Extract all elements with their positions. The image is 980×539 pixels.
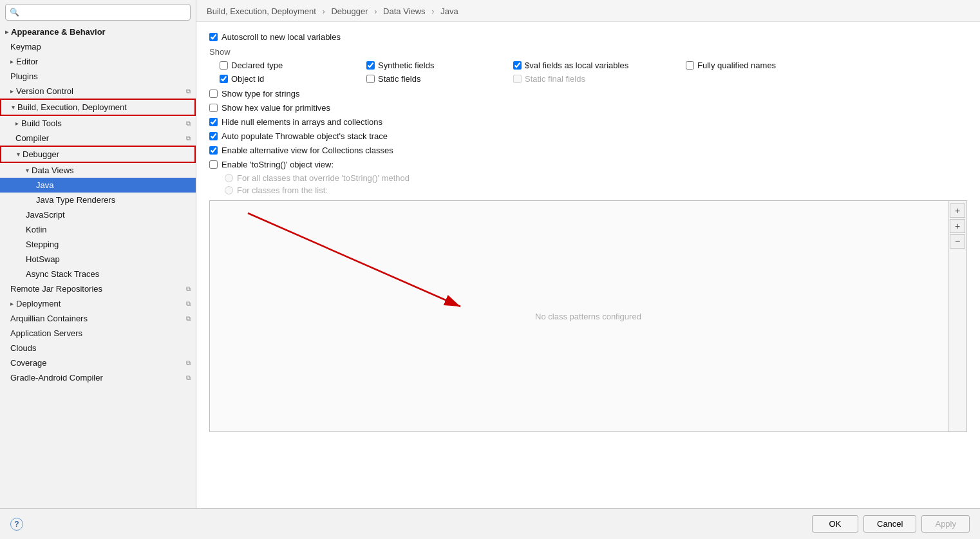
copy-icon: ⧉ bbox=[186, 120, 191, 128]
object-id-label[interactable]: Object id bbox=[231, 74, 264, 84]
sidebar-item-label: Keymap bbox=[10, 42, 41, 52]
help-button[interactable]: ? bbox=[10, 518, 23, 531]
autoscroll-label[interactable]: Autoscroll to new local variables bbox=[221, 32, 341, 42]
radio-for-all[interactable] bbox=[225, 174, 233, 182]
sidebar-item-data-views[interactable]: ▾ Data Views bbox=[0, 163, 196, 178]
remove-pattern-button[interactable]: − bbox=[950, 234, 965, 249]
expand-icon: ▾ bbox=[12, 104, 15, 111]
sidebar-item-label: Plugins bbox=[10, 71, 38, 81]
breadcrumb-part2: Debugger bbox=[331, 6, 368, 16]
show-type-strings-label[interactable]: Show type for strings bbox=[221, 89, 299, 99]
object-id-checkbox[interactable] bbox=[220, 75, 228, 83]
static-final-fields-label: Static final fields bbox=[525, 74, 585, 84]
copy-icon: ⧉ bbox=[186, 88, 191, 95]
sidebar-item-keymap[interactable]: Keymap bbox=[0, 39, 196, 54]
sidebar-item-java-type-renderers[interactable]: Java Type Renderers bbox=[0, 193, 196, 207]
enable-alt-view-checkbox[interactable] bbox=[209, 146, 218, 155]
sidebar-item-deployment[interactable]: ▸ Deployment ⧉ bbox=[0, 296, 196, 311]
sidebar-item-version-control[interactable]: ▸ Version Control ⧉ bbox=[0, 84, 196, 99]
expand-icon: ▾ bbox=[17, 151, 20, 158]
fully-qualified-checkbox[interactable] bbox=[686, 61, 694, 70]
synthetic-fields-checkbox[interactable] bbox=[366, 61, 375, 70]
val-fields-label[interactable]: $val fields as local variables bbox=[525, 61, 628, 70]
hide-null-label[interactable]: Hide null elements in arrays and collect… bbox=[221, 117, 382, 127]
ok-button[interactable]: OK bbox=[812, 515, 858, 533]
auto-populate-row: Auto populate Throwable object's stack t… bbox=[209, 131, 967, 141]
show-checkboxes-grid: Declared type Synthetic fields $val fiel… bbox=[220, 61, 967, 84]
sidebar-item-label: Compiler bbox=[15, 133, 49, 143]
settings-dialog: 🔍 ▸ Appearance & Behavior Keymap ▸ Edito… bbox=[0, 0, 980, 539]
sidebar-item-editor[interactable]: ▸ Editor bbox=[0, 54, 196, 69]
sidebar-item-label: Build, Execution, Deployment bbox=[17, 102, 127, 112]
expand-icon: ▸ bbox=[10, 58, 14, 65]
show-hex-checkbox[interactable] bbox=[209, 104, 218, 112]
sidebar-item-app-servers[interactable]: Application Servers bbox=[0, 326, 196, 341]
hide-null-checkbox[interactable] bbox=[209, 118, 218, 126]
sidebar-item-async-stack-traces[interactable]: Async Stack Traces bbox=[0, 267, 196, 281]
sidebar-item-kotlin[interactable]: Kotlin bbox=[0, 222, 196, 237]
sidebar-item-label: Editor bbox=[16, 57, 38, 66]
radio-for-list-label[interactable]: For classes from the list: bbox=[237, 185, 328, 195]
val-fields-checkbox[interactable] bbox=[513, 61, 522, 70]
show-hex-label[interactable]: Show hex value for primitives bbox=[221, 103, 330, 113]
sidebar-item-label: Appearance & Behavior bbox=[11, 27, 106, 37]
class-patterns-box: No class patterns configured + + − bbox=[209, 200, 967, 432]
copy-icon: ⧉ bbox=[186, 374, 191, 382]
apply-button[interactable]: Apply bbox=[921, 515, 970, 533]
declared-type-label[interactable]: Declared type bbox=[231, 61, 283, 70]
enable-tostring-checkbox[interactable] bbox=[209, 160, 218, 169]
show-type-strings-checkbox[interactable] bbox=[209, 90, 218, 98]
show-label: Show bbox=[209, 47, 967, 57]
sidebar-item-label: Application Servers bbox=[10, 328, 82, 338]
static-fields-label[interactable]: Static fields bbox=[378, 74, 420, 84]
sidebar-item-clouds[interactable]: Clouds bbox=[0, 341, 196, 355]
breadcrumb-sep2: › bbox=[374, 6, 379, 16]
declared-type-checkbox[interactable] bbox=[220, 61, 228, 70]
expand-icon: ▸ bbox=[15, 120, 19, 127]
sidebar-item-plugins[interactable]: Plugins bbox=[0, 69, 196, 84]
search-icon: 🔍 bbox=[10, 8, 19, 17]
search-input[interactable] bbox=[5, 4, 191, 21]
sidebar-item-label: Deployment bbox=[16, 299, 61, 308]
sidebar-item-build-tools[interactable]: ▸ Build Tools ⧉ bbox=[0, 116, 196, 131]
sidebar-item-appearance[interactable]: ▸ Appearance & Behavior bbox=[0, 24, 196, 39]
sidebar-item-coverage[interactable]: Coverage ⧉ bbox=[0, 355, 196, 370]
auto-populate-checkbox[interactable] bbox=[209, 132, 218, 140]
enable-tostring-label[interactable]: Enable 'toString()' object view: bbox=[221, 160, 334, 169]
fully-qualified-label[interactable]: Fully qualified names bbox=[697, 61, 776, 70]
hide-null-row: Hide null elements in arrays and collect… bbox=[209, 117, 967, 127]
sidebar-item-debugger[interactable]: ▾ Debugger bbox=[0, 146, 196, 163]
add-pattern-button[interactable]: + bbox=[950, 203, 965, 218]
breadcrumb-part4: Java bbox=[440, 6, 458, 16]
breadcrumb-part3: Data Views bbox=[383, 6, 426, 16]
class-patterns-empty: No class patterns configured bbox=[535, 312, 641, 321]
search-wrapper: 🔍 bbox=[5, 4, 191, 21]
checkbox-static-fields: Static fields bbox=[366, 74, 508, 84]
sidebar-item-hotswap[interactable]: HotSwap bbox=[0, 252, 196, 267]
sidebar-item-label: Java bbox=[36, 180, 53, 190]
add-pattern2-button[interactable]: + bbox=[950, 219, 965, 233]
tostring-header: Enable 'toString()' object view: bbox=[209, 160, 967, 169]
sidebar-item-compiler[interactable]: Compiler ⧉ bbox=[0, 131, 196, 146]
patterns-buttons: + + − bbox=[948, 201, 966, 431]
sidebar-item-remote-jar[interactable]: Remote Jar Repositories ⧉ bbox=[0, 281, 196, 296]
copy-icon: ⧉ bbox=[186, 300, 191, 308]
cancel-button[interactable]: Cancel bbox=[863, 515, 916, 533]
autoscroll-checkbox[interactable] bbox=[209, 33, 218, 41]
radio-for-list[interactable] bbox=[225, 186, 233, 194]
radio-for-all-label[interactable]: For all classes that override 'toString(… bbox=[237, 173, 410, 183]
enable-alt-view-label[interactable]: Enable alternative view for Collections … bbox=[221, 146, 393, 155]
sidebar-item-arquillian[interactable]: Arquillian Containers ⧉ bbox=[0, 311, 196, 326]
static-fields-checkbox[interactable] bbox=[366, 75, 375, 83]
synthetic-fields-label[interactable]: Synthetic fields bbox=[378, 61, 434, 70]
sidebar-item-java[interactable]: Java bbox=[0, 178, 196, 193]
sidebar-item-build-execution[interactable]: ▾ Build, Execution, Deployment bbox=[0, 99, 196, 116]
sidebar-item-gradle-android[interactable]: Gradle-Android Compiler ⧉ bbox=[0, 370, 196, 385]
auto-populate-label[interactable]: Auto populate Throwable object's stack t… bbox=[221, 131, 388, 141]
empty-cell bbox=[686, 74, 840, 84]
sidebar-item-stepping[interactable]: Stepping bbox=[0, 237, 196, 252]
sidebar-item-javascript[interactable]: JavaScript bbox=[0, 207, 196, 222]
checkbox-object-id: Object id bbox=[220, 74, 361, 84]
static-final-fields-checkbox[interactable] bbox=[513, 75, 522, 83]
sidebar-item-label: Build Tools bbox=[21, 118, 62, 128]
